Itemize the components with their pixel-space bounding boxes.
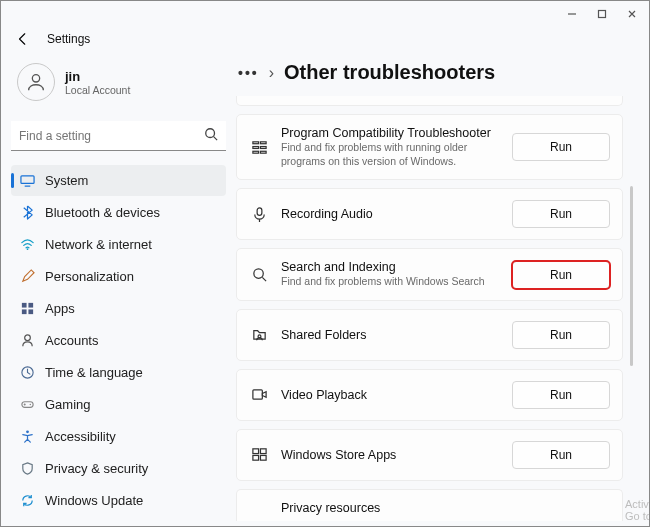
breadcrumb: ••• › Other troubleshooters bbox=[236, 51, 635, 96]
troubleshooter-card: Privacy resources bbox=[236, 489, 623, 521]
breadcrumb-ellipsis[interactable]: ••• bbox=[238, 65, 259, 81]
sidebar-item-bluetooth-devices[interactable]: Bluetooth & devices bbox=[11, 197, 226, 228]
main: ••• › Other troubleshooters Program Comp… bbox=[236, 51, 649, 526]
user-name: jin bbox=[65, 69, 130, 84]
card-title: Program Compatibility Troubleshooter bbox=[281, 126, 500, 140]
minimize-button[interactable] bbox=[557, 3, 587, 25]
svg-rect-0 bbox=[599, 11, 606, 18]
troubleshooter-card: Windows Store AppsRun bbox=[236, 429, 623, 481]
svg-point-4 bbox=[26, 248, 28, 250]
svg-point-21 bbox=[253, 269, 262, 278]
partial-card-top bbox=[236, 96, 623, 106]
troubleshooter-card: Program Compatibility TroubleshooterFind… bbox=[236, 114, 623, 180]
card-title: Shared Folders bbox=[281, 328, 500, 342]
svg-rect-11 bbox=[21, 402, 32, 408]
sidebar-item-label: Gaming bbox=[45, 397, 91, 412]
search-icon bbox=[249, 266, 269, 283]
titlebar bbox=[1, 1, 649, 27]
clock-globe-icon bbox=[19, 365, 35, 381]
sidebar-item-label: Windows Update bbox=[45, 493, 143, 508]
avatar bbox=[17, 63, 55, 101]
svg-rect-23 bbox=[252, 390, 261, 399]
run-button[interactable]: Run bbox=[512, 200, 610, 228]
sidebar-item-label: Accounts bbox=[45, 333, 98, 348]
svg-rect-27 bbox=[260, 456, 266, 461]
card-title: Recording Audio bbox=[281, 207, 500, 221]
card-subtitle: Find and fix problems with Windows Searc… bbox=[281, 275, 500, 289]
run-button[interactable]: Run bbox=[512, 441, 610, 469]
shared-folder-icon bbox=[249, 326, 269, 343]
svg-rect-17 bbox=[260, 146, 266, 148]
svg-point-9 bbox=[24, 335, 30, 341]
troubleshooter-card: Search and IndexingFind and fix problems… bbox=[236, 248, 623, 301]
sidebar-item-personalization[interactable]: Personalization bbox=[11, 261, 226, 292]
svg-rect-7 bbox=[21, 309, 26, 314]
sidebar-item-system[interactable]: System bbox=[11, 165, 226, 196]
svg-rect-14 bbox=[252, 141, 258, 143]
sidebar-item-label: Accessibility bbox=[45, 429, 116, 444]
card-title: Windows Store Apps bbox=[281, 448, 500, 462]
svg-rect-18 bbox=[252, 151, 258, 153]
sidebar-item-label: System bbox=[45, 173, 88, 188]
troubleshooter-card: Recording AudioRun bbox=[236, 188, 623, 240]
bluetooth-icon bbox=[19, 205, 35, 221]
compat-icon bbox=[249, 139, 269, 156]
svg-rect-24 bbox=[252, 449, 258, 454]
sidebar-item-label: Network & internet bbox=[45, 237, 152, 252]
svg-rect-26 bbox=[252, 456, 258, 461]
sidebar-item-label: Privacy & security bbox=[45, 461, 148, 476]
accessibility-icon bbox=[19, 429, 35, 445]
sidebar-item-network-internet[interactable]: Network & internet bbox=[11, 229, 226, 260]
app-title: Settings bbox=[47, 32, 90, 46]
search-input[interactable] bbox=[11, 121, 226, 151]
sidebar-item-windows-update[interactable]: Windows Update bbox=[11, 485, 226, 516]
svg-point-12 bbox=[29, 404, 31, 406]
run-button[interactable]: Run bbox=[512, 381, 610, 409]
svg-rect-6 bbox=[28, 303, 33, 308]
sidebar-item-time-language[interactable]: Time & language bbox=[11, 357, 226, 388]
search-field[interactable] bbox=[19, 129, 204, 143]
scrollbar[interactable] bbox=[630, 186, 633, 366]
system-icon bbox=[19, 173, 35, 189]
svg-rect-3 bbox=[20, 176, 33, 184]
sidebar-item-label: Apps bbox=[45, 301, 75, 316]
svg-rect-25 bbox=[260, 449, 266, 454]
svg-rect-20 bbox=[257, 208, 262, 216]
run-button[interactable]: Run bbox=[512, 133, 610, 161]
wifi-icon bbox=[19, 237, 35, 253]
settings-window: Settings jin Local Account SystemBluetoo… bbox=[0, 0, 650, 527]
apps-icon bbox=[19, 301, 35, 317]
shield-icon bbox=[19, 461, 35, 477]
sidebar-item-privacy-security[interactable]: Privacy & security bbox=[11, 453, 226, 484]
sidebar-item-label: Personalization bbox=[45, 269, 134, 284]
sidebar-item-accessibility[interactable]: Accessibility bbox=[11, 421, 226, 452]
user-subtitle: Local Account bbox=[65, 84, 130, 96]
video-icon bbox=[249, 386, 269, 403]
svg-rect-15 bbox=[260, 141, 266, 143]
user-block[interactable]: jin Local Account bbox=[11, 57, 226, 115]
svg-rect-16 bbox=[252, 146, 258, 148]
run-button[interactable]: Run bbox=[512, 261, 610, 289]
sidebar-item-gaming[interactable]: Gaming bbox=[11, 389, 226, 420]
card-title: Video Playback bbox=[281, 388, 500, 402]
update-icon bbox=[19, 493, 35, 509]
sidebar-item-label: Time & language bbox=[45, 365, 143, 380]
search-icon bbox=[204, 127, 218, 145]
svg-rect-19 bbox=[260, 151, 266, 153]
activation-watermark: Activate W Go to Settin bbox=[625, 498, 649, 522]
person-icon bbox=[19, 333, 35, 349]
chevron-right-icon: › bbox=[269, 64, 274, 82]
mic-icon bbox=[249, 206, 269, 223]
maximize-button[interactable] bbox=[587, 3, 617, 25]
close-button[interactable] bbox=[617, 3, 647, 25]
sidebar-item-accounts[interactable]: Accounts bbox=[11, 325, 226, 356]
svg-rect-8 bbox=[28, 309, 33, 314]
back-button[interactable] bbox=[11, 27, 35, 51]
store-icon bbox=[249, 446, 269, 463]
troubleshooter-card: Video PlaybackRun bbox=[236, 369, 623, 421]
sidebar-item-apps[interactable]: Apps bbox=[11, 293, 226, 324]
run-button[interactable]: Run bbox=[512, 321, 610, 349]
page-title: Other troubleshooters bbox=[284, 61, 495, 84]
svg-point-13 bbox=[26, 430, 29, 433]
sidebar-item-label: Bluetooth & devices bbox=[45, 205, 160, 220]
